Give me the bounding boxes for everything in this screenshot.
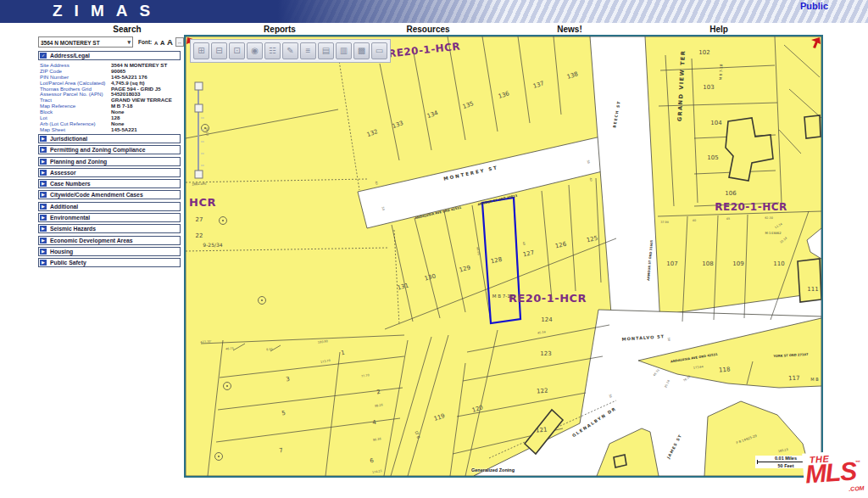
font-size-small-button[interactable]: A xyxy=(154,41,158,46)
sidebar-section-planning-and-zoning[interactable]: ▶Planning and Zoning xyxy=(38,157,181,166)
map-tool-button-2-icon[interactable]: ⊟ xyxy=(211,42,227,59)
parcel-label: 109 xyxy=(732,260,743,267)
parcel-label: 107 xyxy=(666,260,677,267)
map-tool-button-6-icon[interactable]: ✎ xyxy=(282,42,298,59)
section-title: Assessor xyxy=(50,170,76,176)
parcel-label: 123 xyxy=(540,350,551,357)
map-toolbar: ⊞⊟⊡◉☷✎≡▤▥▩▭ xyxy=(190,39,391,63)
zone-label: RE20-1-HCR xyxy=(509,292,587,305)
parcel-label: 103 xyxy=(703,84,714,91)
parcel-label: 102 xyxy=(698,49,709,56)
public-link[interactable]: Public xyxy=(800,1,828,11)
section-expand-icon[interactable]: ▶ xyxy=(40,159,47,165)
sidebar-section-permitting-and-zoning-compliance[interactable]: ▶Permitting and Zoning Compliance xyxy=(38,145,181,154)
circle-marker-dot xyxy=(204,127,206,129)
search-row: 3564 N MONTEREY ST ▾ Font: A A A ↔ ▤ xyxy=(38,36,182,49)
address-row: ZIP Code90065 xyxy=(38,68,182,74)
sidebar-section-housing[interactable]: ▶Housing xyxy=(38,247,181,256)
address-row: BlockNone xyxy=(38,109,182,115)
address-row: PIN Number145-5A221 176 xyxy=(38,74,182,80)
menu-item-reports[interactable]: Reports xyxy=(264,25,296,34)
map-tool-button-5-icon[interactable]: ☷ xyxy=(264,42,281,59)
zone-label: RE20-1-HCR xyxy=(715,201,787,213)
sidebar-section-citywide-code-amendment-cases[interactable]: ▶Citywide/Code Amendment Cases xyxy=(38,190,181,199)
sidebar-section-environmental[interactable]: ▶Environmental xyxy=(38,213,181,222)
parcel-label: 108 xyxy=(702,260,713,267)
menu-item-help[interactable]: Help xyxy=(709,25,728,34)
map-annotation: M B 7-18 xyxy=(492,294,514,299)
section-expand-icon[interactable]: ▶ xyxy=(40,204,47,210)
address-row: Site Address3564 N MONTEREY ST xyxy=(38,62,182,68)
section-title: Address/Legal xyxy=(50,53,90,59)
section-expand-icon[interactable]: ▶ xyxy=(40,226,47,232)
font-size-medium-button[interactable]: A xyxy=(160,39,164,47)
search-input[interactable]: 3564 N MONTEREY ST ▾ xyxy=(38,36,133,48)
mls-logo-com: .COM xyxy=(849,485,865,492)
dimension-label: 50 xyxy=(667,338,670,342)
section-expand-icon[interactable]: ▶ xyxy=(40,238,47,243)
address-row-label: Map Sheet xyxy=(40,126,65,132)
sidebar-section-economic-development-areas[interactable]: ▶Economic Development Areas xyxy=(38,236,181,245)
section-expand-icon[interactable]: ▶ xyxy=(40,147,47,153)
section-title: Citywide/Code Amendment Cases xyxy=(50,192,143,198)
parcel-label: 27 xyxy=(196,216,203,223)
chevron-down-icon[interactable]: ▾ xyxy=(127,37,131,47)
parcel-label: 111 xyxy=(807,286,818,293)
map-tool-button-7-icon[interactable]: ≡ xyxy=(300,42,316,59)
property-sidebar: 3564 N MONTEREY ST ▾ Font: A A A ↔ ▤ ✓ A… xyxy=(38,36,182,267)
map-tool-button-3-icon[interactable]: ⊡ xyxy=(229,42,245,59)
section-title: Housing xyxy=(50,249,73,255)
section-expand-icon[interactable]: ▶ xyxy=(40,181,47,187)
circle-marker-dot xyxy=(226,385,228,387)
section-expand-icon[interactable]: ▶ xyxy=(40,170,47,176)
address-row: Assessor Parcel No. (APN)5452018033 xyxy=(38,91,182,97)
map-annotation: M B 7-18 xyxy=(719,64,724,80)
map-tool-button-9-icon[interactable]: ▥ xyxy=(336,42,352,59)
sidebar-section-case-numbers[interactable]: ▶Case Numbers xyxy=(38,179,181,188)
menu-item-resources[interactable]: Resources xyxy=(406,25,449,34)
font-size-large-button[interactable]: A xyxy=(167,37,173,47)
map-tool-button-8-icon[interactable]: ▤ xyxy=(318,42,334,59)
map-tool-button-11-icon[interactable]: ▭ xyxy=(371,42,387,59)
address-row: Map Sheet145-5A221 xyxy=(38,126,182,132)
section-expand-icon[interactable]: ▶ xyxy=(40,215,47,221)
map-region[interactable]: RE20-1-HCRRE20-1-HCRRE20-1-HCRHCRMONTERE… xyxy=(184,35,823,478)
parcel-label: 118 xyxy=(719,366,731,373)
address-row: Thomas Brothers GridPAGE 594 - GRID J5 xyxy=(38,86,182,92)
dimension-label: 45 xyxy=(726,217,730,221)
menu-item-news[interactable]: News! xyxy=(557,25,581,34)
address-row: Arb (Lot Cut Reference)None xyxy=(38,120,182,126)
address-row-value: 145-5A221 xyxy=(111,126,137,132)
parcel-label: 105 xyxy=(707,154,718,161)
sidebar-section-jurisdictional[interactable]: ▶Jurisdictional xyxy=(38,134,181,143)
mls-logo-mls: MLS xyxy=(804,456,858,489)
sidebar-section-public-safety[interactable]: ▶Public Safety xyxy=(38,258,181,267)
section-expand-icon[interactable]: ▶ xyxy=(40,249,47,255)
dimension-label: 37.98 xyxy=(660,221,669,224)
font-width-button[interactable]: ↔ xyxy=(175,37,184,47)
address-row: Lot128 xyxy=(38,115,182,120)
map-annotation: 9-25/34 xyxy=(203,242,222,248)
section-address-legal[interactable]: ✓ Address/Legal xyxy=(38,51,181,60)
sidebar-section-seismic-hazards[interactable]: ▶Seismic Hazards xyxy=(38,224,181,233)
dimension-label: 62.30 xyxy=(765,216,773,220)
section-title: Case Numbers xyxy=(50,181,91,187)
sidebar-section-assessor[interactable]: ▶Assessor xyxy=(38,168,181,177)
section-expand-icon[interactable]: ▶ xyxy=(40,260,47,266)
dimension-label: 40 xyxy=(693,219,696,222)
section-title: Jurisdictional xyxy=(50,136,87,142)
section-expand-icon[interactable]: ▶ xyxy=(40,136,47,142)
section-expand-icon[interactable]: ▶ xyxy=(40,192,47,198)
map-tool-button-10-icon[interactable]: ▩ xyxy=(353,42,370,59)
menu-item-search[interactable]: Search xyxy=(113,25,141,34)
circle-marker-dot xyxy=(261,299,263,301)
map-tool-button-4-icon[interactable]: ◉ xyxy=(247,42,263,59)
map-tool-button-1-icon[interactable]: ⊞ xyxy=(193,42,209,59)
dimension-label: 50 xyxy=(381,206,386,210)
parcel-map[interactable]: RE20-1-HCRRE20-1-HCRRE20-1-HCRHCRMONTERE… xyxy=(186,36,821,476)
parcel-label: 22 xyxy=(196,232,203,239)
section-title: Planning and Zoning xyxy=(50,159,107,165)
mls-logo: THE MLS ™ .COM xyxy=(802,449,868,498)
sidebar-section-additional[interactable]: ▶Additional xyxy=(38,202,181,211)
section-title: Additional xyxy=(50,204,78,210)
